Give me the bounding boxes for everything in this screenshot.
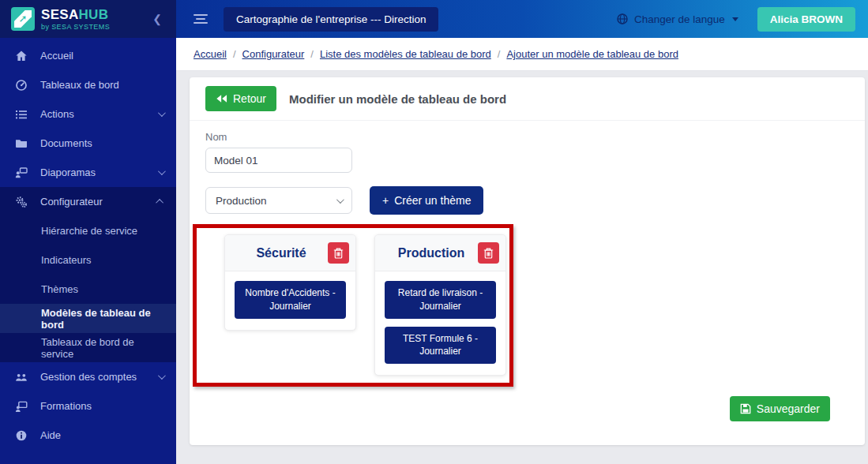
theme-card-securite: Sécurité Nombre d'Accidents - Journalier <box>224 234 356 331</box>
brand-name-sesa: SESA <box>41 7 79 22</box>
save-row: Sauvegarder <box>205 376 849 434</box>
sidebar-item-label: Hiérarchie de service <box>41 225 163 237</box>
name-input[interactable] <box>205 148 352 173</box>
sidebar-item-modeles-de-tableau-de-bord[interactable]: Modèles de tableau de bord <box>0 304 176 333</box>
globe-icon <box>616 13 629 25</box>
chevron-down-icon <box>158 167 166 175</box>
theme-toolbar: Production + Créer un thème <box>205 186 849 215</box>
delete-theme-button[interactable] <box>328 242 349 264</box>
breadcrumb-link-liste-des-modeles[interactable]: Liste des modèles de tableau de bord <box>320 48 491 60</box>
sidebar-item-label: Tableaux de bord <box>40 79 163 91</box>
sidebar-item-aide[interactable]: Aide <box>0 421 176 450</box>
trash-icon <box>333 248 344 259</box>
sidebar-item-label: Thèmes <box>41 283 163 295</box>
sidebar-collapse-icon[interactable]: ❮ <box>149 11 165 27</box>
back-button-label: Retour <box>233 92 266 105</box>
theme-card-production: Production Retard de livraison - Journal… <box>374 234 506 376</box>
sidebar-item-label: Diaporamas <box>40 167 146 178</box>
folder-icon <box>14 137 28 150</box>
list-icon <box>14 108 28 121</box>
theme-card-header: Production <box>375 235 505 271</box>
sidebar-item-tableaux-de-bord-de-service[interactable]: Tableaux de bord de service <box>0 333 176 362</box>
chevron-up-icon <box>156 199 163 207</box>
info-icon <box>14 429 28 442</box>
gears-icon <box>14 196 28 208</box>
sidebar-item-label: Indicateurs <box>41 254 163 266</box>
theme-card-body: Retard de livraison - Journalier TEST Fo… <box>375 271 505 375</box>
menu-toggle-icon[interactable] <box>190 11 211 27</box>
users-icon <box>14 371 28 384</box>
sidebar-item-label: Actions <box>40 108 146 120</box>
sidebar-section-configurateur: Configurateur Hiérarchie de service Indi… <box>0 187 176 362</box>
breadcrumb-separator: / <box>498 48 501 60</box>
sidebar-item-label: Gestion des comptes <box>40 371 146 383</box>
main-column: Cartographie de l'entreprise --- Directi… <box>176 0 868 464</box>
brand-byline: by SESA SYSTEMS <box>41 24 143 31</box>
save-button[interactable]: Sauvegarder <box>730 396 830 421</box>
indicator-button[interactable]: Nombre d'Accidents - Journalier <box>235 281 346 319</box>
sidebar-item-gestion-des-comptes[interactable]: Gestion des comptes <box>0 362 176 391</box>
presentation-icon <box>14 167 28 179</box>
sidebar-item-accueil[interactable]: Accueil <box>0 41 176 70</box>
sidebar-item-label: Configurateur <box>40 196 146 208</box>
rewind-icon <box>216 94 227 103</box>
sidebar-item-indicateurs[interactable]: Indicateurs <box>0 245 176 275</box>
create-theme-label: Créer un thème <box>394 194 471 207</box>
content-area: Retour Modifier un modèle de tableau de … <box>176 71 868 464</box>
save-icon <box>740 403 751 414</box>
name-field-label: Nom <box>205 131 849 143</box>
user-button[interactable]: Alicia BROWN <box>757 7 855 32</box>
delete-theme-button[interactable] <box>478 242 499 264</box>
sidebar-item-documents[interactable]: Documents <box>0 129 176 158</box>
sidebar-item-label: Formations <box>40 400 163 412</box>
breadcrumb-link-accueil[interactable]: Accueil <box>194 48 227 60</box>
sidebar-item-hierarchie-de-service[interactable]: Hiérarchie de service <box>0 216 176 245</box>
sidebar-item-themes[interactable]: Thèmes <box>0 275 176 304</box>
sidebar-item-tableaux-de-bord[interactable]: Tableaux de bord <box>0 70 176 99</box>
language-dropdown[interactable]: Changer de langue <box>616 13 738 25</box>
sidebar-item-formations[interactable]: Formations <box>0 391 176 421</box>
panel-header: Retour Modifier un modèle de tableau de … <box>190 77 865 121</box>
save-button-label: Sauvegarder <box>757 402 820 415</box>
breadcrumb-separator: / <box>233 48 236 60</box>
plus-icon: + <box>382 194 389 207</box>
breadcrumb-separator: / <box>310 48 314 60</box>
indicator-button[interactable]: Retard de livraison - Journalier <box>385 281 496 319</box>
sidebar-item-label: Accueil <box>40 50 163 62</box>
sidebar-item-label: Modèles de tableau de bord <box>41 307 163 331</box>
trash-icon <box>483 248 494 259</box>
panel-body: Nom Production + Créer un thème <box>190 121 865 445</box>
breadcrumb-link-configurateur[interactable]: Configurateur <box>242 48 305 60</box>
brand-logo-text: SESAHUB by SESA SYSTEMS <box>41 8 143 31</box>
chevron-down-icon <box>336 196 344 204</box>
page-title: Modifier un modèle de tableau de bord <box>289 92 506 106</box>
sidebar-item-configurateur[interactable]: Configurateur <box>0 187 176 216</box>
edit-model-panel: Retour Modifier un modèle de tableau de … <box>190 77 865 445</box>
sidebar-menu: Accueil Tableaux de bord Actions Do <box>0 38 176 464</box>
create-theme-button[interactable]: + Créer un thème <box>370 186 483 215</box>
theme-cards-row: Sécurité Nombre d'Accidents - Journalier <box>224 234 849 376</box>
sidebar-item-label: Documents <box>40 137 163 149</box>
sidebar-item-label: Tableaux de bord de service <box>41 336 163 360</box>
context-badge[interactable]: Cartographie de l'entreprise --- Directi… <box>224 7 438 32</box>
sidebar-item-label: Aide <box>40 429 163 441</box>
theme-card-title: Sécurité <box>235 246 328 260</box>
chevron-down-icon <box>158 372 166 380</box>
back-button[interactable]: Retour <box>205 86 276 111</box>
language-label: Changer de langue <box>634 13 725 25</box>
theme-card-body: Nombre d'Accidents - Journalier <box>225 271 355 330</box>
theme-card-header: Sécurité <box>225 235 355 271</box>
sidebar: ➚ SESAHUB by SESA SYSTEMS ❮ Accueil Tabl… <box>0 0 176 464</box>
topbar: Cartographie de l'entreprise --- Directi… <box>176 0 868 38</box>
app-window: ➚ SESAHUB by SESA SYSTEMS ❮ Accueil Tabl… <box>0 0 868 464</box>
chevron-down-icon <box>158 109 166 117</box>
theme-select[interactable]: Production <box>205 187 352 214</box>
sidebar-item-actions[interactable]: Actions <box>0 99 176 129</box>
theme-select-value: Production <box>216 195 267 207</box>
brand-logo[interactable]: ➚ SESAHUB by SESA SYSTEMS ❮ <box>0 0 176 38</box>
sidebar-item-diaporamas[interactable]: Diaporamas <box>0 158 176 187</box>
brand-name-hub: HUB <box>79 7 109 22</box>
indicator-button[interactable]: TEST Formule 6 - Journalier <box>385 327 496 365</box>
breadcrumb-link-ajouter-un-modele[interactable]: Ajouter un modèle de tableau de bord <box>506 48 678 60</box>
brand-logo-icon: ➚ <box>11 7 35 31</box>
